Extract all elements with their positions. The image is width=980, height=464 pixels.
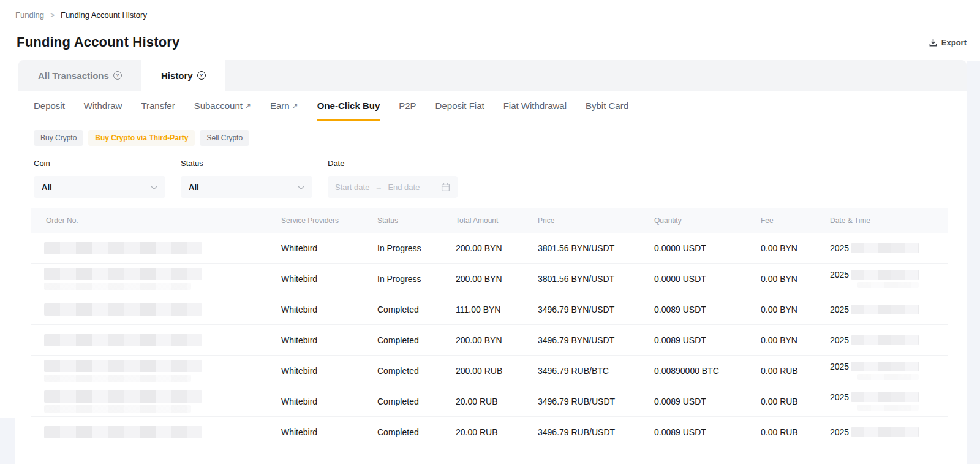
- fee-cell: 0.00 RUB: [761, 366, 830, 376]
- date-cell: 2025: [830, 305, 948, 314]
- subtab-p2p[interactable]: P2P: [399, 91, 416, 121]
- price-cell: 3801.56 BYN/USDT: [538, 274, 654, 284]
- total-cell: 111.00 BYN: [456, 305, 538, 314]
- redacted-date: [851, 362, 919, 371]
- tab-all-transactions-label: All Transactions: [38, 70, 109, 81]
- subtab-bybit-card[interactable]: Bybit Card: [586, 91, 628, 121]
- status-cell: In Progress: [377, 274, 456, 284]
- redacted-date-sub: [858, 282, 919, 288]
- total-cell: 200.00 BYN: [456, 335, 538, 345]
- redacted-order-no: [44, 303, 202, 316]
- export-label: Export: [941, 38, 967, 47]
- coin-filter-label: Coin: [34, 159, 165, 168]
- total-cell: 200.00 BYN: [456, 243, 538, 253]
- date-cell: 2025: [830, 392, 948, 411]
- date-year: 2025: [830, 392, 849, 402]
- redacted-order-no-sub: [44, 283, 191, 290]
- coin-filter: Coin All: [34, 159, 165, 198]
- provider-cell: Whitebird: [281, 305, 377, 314]
- filters: Coin All Status All Date Start date →: [34, 159, 967, 198]
- chip-buy-crypto-third-party[interactable]: Buy Crypto via Third-Party: [88, 130, 195, 146]
- subtab-label: Withdraw: [84, 101, 123, 111]
- subtab-deposit[interactable]: Deposit: [34, 91, 65, 121]
- date-year: 2025: [830, 270, 849, 280]
- order-no-cell: [31, 360, 281, 382]
- subtab-label: One-Click Buy: [317, 101, 380, 111]
- subtab-label: Fiat Withdrawal: [503, 101, 567, 111]
- table-row: Whitebird In Progress 200.00 BYN 3801.56…: [31, 264, 948, 294]
- chip-buy-crypto[interactable]: Buy Crypto: [34, 130, 83, 146]
- subtab-one-click-buy[interactable]: One-Click Buy: [317, 91, 380, 121]
- table-row: Whitebird Completed 111.00 BYN 3496.79 B…: [31, 294, 948, 325]
- chevron-down-icon: [298, 183, 304, 192]
- redacted-date: [851, 270, 919, 280]
- fee-cell: 0.00 BYN: [761, 274, 830, 284]
- breadcrumb: Funding > Funding Account History: [15, 10, 967, 20]
- date-year: 2025: [830, 427, 849, 437]
- chip-sell-crypto[interactable]: Sell Crypto: [200, 130, 249, 146]
- redacted-date: [851, 392, 919, 402]
- subtab-fiat-withdrawal[interactable]: Fiat Withdrawal: [503, 91, 567, 121]
- status-cell: Completed: [377, 335, 456, 345]
- breadcrumb-parent[interactable]: Funding: [15, 10, 44, 20]
- provider-cell: Whitebird: [281, 366, 377, 376]
- subtab-withdraw[interactable]: Withdraw: [84, 91, 123, 121]
- subtab-label: Transfer: [141, 101, 175, 111]
- date-cell: 2025: [830, 427, 948, 437]
- subtab-transfer[interactable]: Transfer: [141, 91, 175, 121]
- date-range-picker[interactable]: Start date → End date: [328, 176, 458, 198]
- page-header: Funding > Funding Account History Fundin…: [0, 0, 980, 50]
- redacted-date: [851, 305, 919, 314]
- status-select[interactable]: All: [181, 176, 312, 198]
- quantity-cell: 0.0089 USDT: [654, 427, 761, 437]
- total-cell: 200.00 BYN: [456, 274, 538, 284]
- col-fee: Fee: [761, 216, 830, 225]
- calendar-icon: [441, 183, 450, 192]
- price-cell: 3801.56 BYN/USDT: [538, 243, 654, 253]
- fee-cell: 0.00 BYN: [761, 305, 830, 314]
- table-row: Whitebird Completed 200.00 RUB 3496.79 R…: [31, 356, 948, 386]
- col-date-time: Date & Time: [830, 216, 948, 225]
- export-button[interactable]: Export: [929, 38, 967, 47]
- redacted-order-no-sub: [44, 405, 191, 413]
- col-price: Price: [538, 216, 654, 225]
- order-no-cell: [31, 390, 281, 413]
- redacted-date-sub: [858, 405, 919, 411]
- provider-cell: Whitebird: [281, 427, 377, 437]
- status-filter-label: Status: [181, 159, 312, 168]
- date-filter-label: Date: [328, 159, 458, 168]
- fee-cell: 0.00 BYN: [761, 335, 830, 345]
- subtab-label: P2P: [399, 101, 416, 111]
- table-row: Whitebird Completed 20.00 RUB 3496.79 RU…: [31, 386, 948, 417]
- orders-table: Order No. Service Providers Status Total…: [31, 208, 948, 447]
- order-no-cell: [31, 303, 281, 316]
- date-cell: 2025: [830, 270, 948, 288]
- price-cell: 3496.79 RUB/USDT: [538, 397, 654, 406]
- redacted-order-no: [44, 426, 202, 438]
- subtab-earn[interactable]: Earn↗: [270, 91, 298, 121]
- order-no-cell: [31, 334, 281, 346]
- coin-select[interactable]: All: [34, 176, 165, 198]
- end-date-placeholder[interactable]: End date: [388, 183, 420, 192]
- provider-cell: Whitebird: [281, 397, 377, 406]
- download-icon: [929, 38, 938, 47]
- redacted-date: [851, 335, 919, 345]
- fee-cell: 0.00 BYN: [761, 243, 830, 253]
- tab-history[interactable]: History ?: [141, 60, 225, 91]
- subtab-deposit-fiat[interactable]: Deposit Fiat: [435, 91, 484, 121]
- col-order-no: Order No.: [31, 216, 281, 225]
- subtab-subaccount[interactable]: Subaccount↗: [194, 91, 251, 121]
- col-service-providers: Service Providers: [281, 216, 377, 225]
- start-date-placeholder[interactable]: Start date: [335, 183, 369, 192]
- tab-all-transactions[interactable]: All Transactions ?: [18, 60, 141, 91]
- order-no-cell: [31, 268, 281, 290]
- subtab-label: Bybit Card: [586, 101, 628, 111]
- page-title: Funding Account History: [17, 34, 180, 50]
- provider-cell: Whitebird: [281, 335, 377, 345]
- redacted-date: [851, 243, 919, 253]
- tab-history-label: History: [161, 70, 193, 81]
- quantity-cell: 0.0000 USDT: [654, 243, 761, 253]
- filter-chips: Buy Crypto Buy Crypto via Third-Party Se…: [34, 130, 967, 146]
- date-year: 2025: [830, 362, 849, 371]
- arrow-right-icon: →: [375, 183, 382, 191]
